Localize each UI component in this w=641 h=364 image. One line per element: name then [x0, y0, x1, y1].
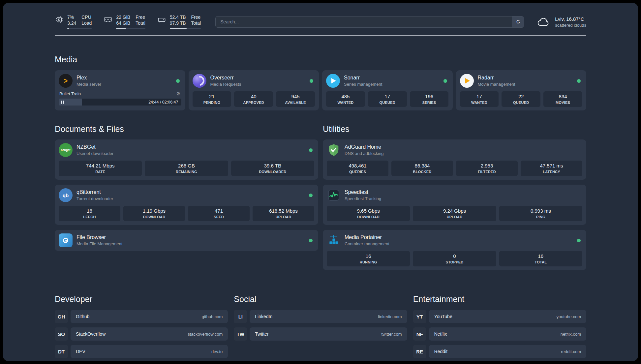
- memory-icon: [104, 15, 112, 24]
- stat-box: 471 SEED: [188, 206, 250, 221]
- app-card-overseerr[interactable]: Overseerr Media Requests 21 PENDING 40 A…: [189, 70, 319, 110]
- app-name: File Browser: [76, 234, 122, 240]
- bookmark-abbr: RE: [413, 345, 426, 358]
- stat-box: 485 WANTED: [326, 91, 365, 107]
- app-name: Sonarr: [344, 75, 382, 81]
- app-subtitle: Media File Management: [76, 241, 122, 246]
- bookmark-link-reddit[interactable]: Reddit reddit.com: [429, 345, 586, 358]
- app-card-portainer[interactable]: Media Portainer Container management 16 …: [323, 230, 586, 270]
- bookmark-link-netflix[interactable]: Netflix netflix.com: [429, 327, 586, 341]
- app-subtitle: Media server: [76, 82, 101, 87]
- app-subtitle: Series management: [344, 82, 382, 87]
- app-name: NZBGet: [76, 144, 113, 150]
- disk-total-label: Total: [191, 20, 201, 26]
- app-subtitle: Movie management: [478, 82, 515, 87]
- entertainment-group-title: Entertainment: [413, 294, 586, 304]
- bookmark-group-social: Social LI LinkedIn linkedin.com TW Twitt…: [234, 294, 407, 358]
- app-card-sonarr[interactable]: Sonarr Series management 485 WANTED 17 Q…: [322, 70, 453, 110]
- media-section-title: Media: [55, 55, 586, 64]
- gear-icon[interactable]: ⚙: [176, 91, 180, 97]
- app-card-radarr[interactable]: Radarr Movie management 17 WANTED 22 QUE…: [456, 70, 587, 110]
- weather-widget: Lviv, 16.87°C scattered clouds: [537, 16, 586, 28]
- speedtest-icon: [327, 188, 341, 202]
- stat-box: 196 SERIES: [410, 91, 449, 107]
- pause-icon[interactable]: [61, 101, 64, 104]
- bookmark-group-entertainment: Entertainment YT YouTube youtube.com NF …: [413, 294, 586, 358]
- ram-free-value: 22 GiB: [116, 14, 130, 20]
- adguard-shield-icon: [327, 143, 341, 157]
- bookmark-link-linkedin[interactable]: LinkedIn linkedin.com: [250, 310, 407, 323]
- cpu-load-label: Load: [81, 20, 92, 26]
- plex-now-playing: Bullet Train ⚙ 24:44 / 02:06:47: [59, 91, 181, 106]
- bookmark-link-twitter[interactable]: Twitter twitter.com: [250, 327, 407, 341]
- status-dot: [309, 148, 313, 152]
- cloud-icon: [537, 16, 551, 27]
- cpu-usage-value: 7%: [67, 14, 76, 20]
- bookmark-group-developer: Developer GH Github github.com SO StackO…: [55, 294, 228, 358]
- search-bar: G: [215, 16, 524, 28]
- status-dot: [577, 239, 581, 242]
- bookmark-row: YT YouTube youtube.com: [413, 310, 586, 323]
- qbittorrent-icon: qb: [59, 188, 73, 202]
- stat-box: 86,384 BLOCKED: [391, 161, 453, 176]
- weather-location: Lviv, 16.87°C: [555, 16, 586, 22]
- stat-box: 17 WANTED: [460, 91, 499, 107]
- bookmark-row: GH Github github.com: [55, 310, 228, 323]
- bookmark-row: NF Netflix netflix.com: [413, 327, 586, 341]
- app-card-qbittorrent[interactable]: qb qBittorrent Torrent downloader 16 LEE…: [55, 185, 318, 225]
- stat-box: 22 QUEUED: [502, 91, 540, 107]
- filebrowser-icon: [59, 233, 73, 247]
- plex-icon: >: [59, 74, 73, 88]
- app-card-nzbget[interactable]: nzbget NZBGet Usenet downloader 744.21 M…: [55, 139, 318, 180]
- cpu-chip-icon: [55, 15, 64, 24]
- app-name: Plex: [76, 75, 101, 81]
- ram-total-value: 64 GiB: [116, 20, 130, 26]
- bookmark-abbr: DT: [55, 345, 68, 358]
- bookmark-abbr: LI: [234, 310, 247, 323]
- section-media: Media > Plex Media server Bullet Tr: [55, 55, 586, 110]
- stat-box: 2,953 FILTERED: [456, 161, 518, 176]
- cpu-load-value: 3.24: [67, 20, 76, 26]
- bookmark-abbr: SO: [55, 327, 68, 341]
- app-subtitle: Speedtest Tracking: [345, 196, 381, 201]
- cpu-monitor: 7% 3.24 CPU Load: [55, 14, 92, 29]
- disk-monitor: 52.4 TB 97.9 TB Free Total: [157, 14, 201, 29]
- app-subtitle: DNS and adblocking: [345, 151, 384, 156]
- section-utilities: Utilities: [323, 124, 586, 270]
- stat-box: 0 STOPPED: [413, 251, 496, 266]
- bookmark-abbr: NF: [413, 327, 426, 341]
- app-card-speedtest[interactable]: Speedtest Speedtest Tracking 9.65 Gbps D…: [323, 185, 586, 225]
- bookmark-link-stackoverflow[interactable]: StackOverflow stackoverflow.com: [71, 327, 228, 341]
- search-input[interactable]: [216, 19, 512, 24]
- stat-box: 16 LEECH: [59, 206, 120, 221]
- disk-free-label: Free: [191, 14, 201, 20]
- app-card-adguard[interactable]: AdGuard Home DNS and adblocking 498,461 …: [323, 139, 586, 180]
- player-progress-bar[interactable]: 24:44 / 02:06:47: [59, 99, 181, 106]
- status-dot: [309, 194, 313, 197]
- bookmark-link-dev[interactable]: DEV dev.to: [71, 345, 228, 358]
- bookmark-link-youtube[interactable]: YouTube youtube.com: [429, 310, 586, 323]
- utilities-section-title: Utilities: [323, 124, 586, 134]
- disk-progress-bar: [170, 28, 201, 29]
- stat-box: 266 GB REMAINING: [145, 161, 228, 176]
- app-card-filebrowser[interactable]: File Browser Media File Management: [55, 230, 318, 251]
- app-name: AdGuard Home: [345, 144, 384, 150]
- stat-box: 9.24 Gbps UPLOAD: [413, 206, 496, 221]
- weather-condition: scattered clouds: [555, 23, 586, 28]
- stat-box: 1.19 Gbps DOWNLOAD: [123, 206, 185, 221]
- status-dot: [310, 79, 313, 83]
- app-name: Speedtest: [345, 189, 381, 195]
- bookmark-link-github[interactable]: Github github.com: [71, 310, 228, 323]
- app-name: Radarr: [478, 75, 515, 81]
- app-card-plex[interactable]: > Plex Media server Bullet Train ⚙: [55, 70, 185, 110]
- now-playing-title: Bullet Train: [59, 91, 81, 96]
- bookmark-abbr: YT: [413, 310, 426, 323]
- topbar-divider: [55, 35, 586, 36]
- stat-box: 16 TOTAL: [499, 251, 582, 266]
- portainer-icon: [327, 233, 341, 247]
- search-provider-button[interactable]: G: [512, 16, 524, 27]
- bookmark-row: TW Twitter twitter.com: [234, 327, 407, 341]
- bookmark-row: SO StackOverflow stackoverflow.com: [55, 327, 228, 341]
- cpu-progress-bar: [67, 28, 92, 29]
- app-name: Overseerr: [210, 75, 241, 81]
